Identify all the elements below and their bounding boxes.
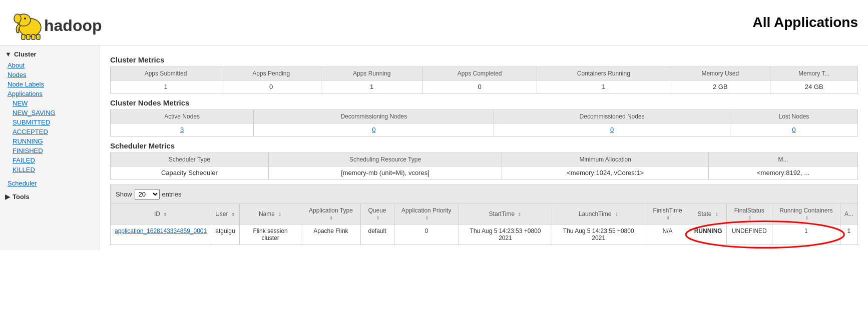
sidebar-item-new-saving[interactable]: NEW_SAVING	[5, 108, 95, 118]
scheduler-link[interactable]: Scheduler	[8, 180, 37, 187]
th-running-containers: Running Containers ⇕	[772, 204, 840, 224]
val-apps-running: 1	[321, 80, 422, 94]
col-apps-running: Apps Running	[321, 67, 422, 80]
nodes-link[interactable]: Nodes	[8, 71, 27, 78]
cluster-toggle[interactable]: ▼ Cluster	[5, 50, 95, 58]
sidebar: ▼ Cluster About Nodes Node Labels Applic…	[0, 46, 100, 250]
id-sort-icon[interactable]: ⇕	[163, 212, 167, 217]
scheduler-metrics-row: Capacity Scheduler [memory-mb (unit=Mi),…	[111, 166, 858, 180]
state-sort-icon[interactable]: ⇕	[715, 212, 719, 217]
val-scheduler-type: Capacity Scheduler	[111, 166, 269, 180]
finished-link[interactable]: FINISHED	[13, 147, 43, 154]
th-state: State ⇕	[690, 204, 726, 224]
sidebar-item-failed[interactable]: FAILED	[5, 156, 95, 165]
td-state: RUNNING	[690, 224, 726, 245]
col-containers-running: Containers Running	[537, 67, 670, 80]
sidebar-item-accepted[interactable]: ACCEPTED	[5, 127, 95, 136]
cluster-label: Cluster	[14, 50, 37, 58]
sidebar-item-running[interactable]: RUNNING	[5, 136, 95, 146]
td-launch-time: Thu Aug 5 14:23:55 +0800 2021	[552, 224, 645, 245]
sidebar-item-node-labels[interactable]: Node Labels	[5, 80, 95, 89]
col-decommissioned-nodes: Decommissioned Nodes	[494, 110, 730, 124]
show-entries-bar: Show 10 20 25 50 100 entries	[110, 184, 858, 204]
th-start-time: StartTime ⇕	[459, 204, 552, 224]
col-active-nodes: Active Nodes	[111, 110, 254, 124]
final-status-sort-icon[interactable]: ⇕	[748, 216, 752, 220]
sidebar-item-finished[interactable]: FINISHED	[5, 146, 95, 156]
tools-label: Tools	[13, 193, 30, 200]
sidebar-item-applications[interactable]: Applications	[5, 89, 95, 98]
col-min-allocation: Minimum Allocation	[502, 153, 709, 166]
val-lost-nodes[interactable]: 0	[730, 124, 857, 136]
val-memory-used: 2 GB	[670, 80, 770, 94]
col-decommissioning-nodes: Decommissioning Nodes	[254, 110, 494, 124]
sidebar-item-killed[interactable]: KILLED	[5, 165, 95, 174]
app-priority-sort-icon[interactable]: ⇕	[425, 216, 429, 220]
val-apps-submitted: 1	[111, 80, 221, 94]
about-link[interactable]: About	[8, 62, 25, 69]
finish-time-sort-icon[interactable]: ⇕	[666, 216, 670, 220]
td-finish-time: N/A	[645, 224, 690, 245]
page-title: All Applications	[752, 14, 858, 30]
new-link[interactable]: NEW	[13, 100, 28, 107]
app-type-sort-icon[interactable]: ⇕	[329, 216, 333, 220]
cluster-nodes-row: 3 0 0 0	[111, 124, 858, 136]
th-id: ID ⇕	[111, 204, 211, 224]
running-link[interactable]: RUNNING	[13, 138, 43, 145]
tools-toggle[interactable]: ▶ Tools	[5, 193, 95, 200]
killed-link[interactable]: KILLED	[13, 166, 35, 174]
val-active-nodes[interactable]: 3	[111, 124, 254, 136]
node-labels-link[interactable]: Node Labels	[8, 80, 44, 88]
td-running-containers: 1	[772, 224, 840, 245]
th-queue: Queue ⇕	[360, 204, 394, 224]
th-user: User ⇕	[211, 204, 240, 224]
cluster-metrics-table: Apps Submitted Apps Pending Apps Running…	[110, 66, 858, 94]
failed-link[interactable]: FAILED	[13, 156, 35, 164]
sidebar-item-new[interactable]: NEW	[5, 98, 95, 108]
svg-rect-6	[32, 34, 35, 40]
scheduler-metrics-title: Scheduler Metrics	[110, 142, 858, 150]
cluster-metrics-title: Cluster Metrics	[110, 56, 858, 64]
td-app-type: Apache Flink	[301, 224, 360, 245]
th-launch-time: LaunchTime ⇕	[552, 204, 645, 224]
show-label: Show	[116, 190, 132, 198]
queue-sort-icon[interactable]: ⇕	[376, 216, 380, 220]
apps-table-container: ID ⇕ User ⇕ Name ⇕ Application Type	[110, 204, 858, 245]
val-apps-pending: 0	[221, 80, 321, 94]
user-sort-icon[interactable]: ⇕	[231, 212, 235, 217]
hadoop-logo: hadoop	[10, 5, 110, 40]
cluster-section: ▼ Cluster About Nodes Node Labels Applic…	[5, 50, 95, 188]
start-time-sort-icon[interactable]: ⇕	[518, 212, 522, 217]
val-decommissioned-nodes[interactable]: 0	[494, 124, 730, 136]
svg-point-2	[14, 14, 21, 23]
val-containers-running: 1	[537, 80, 670, 94]
header: hadoop All Applications	[0, 0, 868, 46]
col-lost-nodes: Lost Nodes	[730, 110, 857, 124]
entries-select[interactable]: 10 20 25 50 100	[135, 189, 160, 200]
accepted-link[interactable]: ACCEPTED	[13, 128, 48, 136]
sidebar-item-submitted[interactable]: SUBMITTED	[5, 118, 95, 127]
cluster-metrics-row: 1 0 1 0 1 2 GB 24 GB	[111, 80, 858, 94]
td-priority: 0	[394, 224, 459, 245]
entries-label: entries	[162, 190, 182, 198]
cluster-arrow-icon: ▼	[5, 50, 12, 58]
th-app-priority: Application Priority ⇕	[394, 204, 459, 224]
sidebar-item-nodes[interactable]: Nodes	[5, 70, 95, 80]
running-containers-sort-icon[interactable]: ⇕	[805, 216, 809, 220]
col-apps-pending: Apps Pending	[221, 67, 321, 80]
col-scheduling-resource-type: Scheduling Resource Type	[268, 153, 502, 166]
sidebar-item-about[interactable]: About	[5, 60, 95, 70]
svg-text:hadoop: hadoop	[44, 16, 102, 34]
td-app-id[interactable]: application_1628143334859_0001	[111, 224, 211, 245]
launch-time-sort-icon[interactable]: ⇕	[615, 212, 619, 217]
applications-link[interactable]: Applications	[8, 90, 43, 98]
submitted-link[interactable]: SUBMITTED	[13, 118, 50, 126]
col-apps-completed: Apps Completed	[422, 67, 537, 80]
new-saving-link[interactable]: NEW_SAVING	[13, 109, 56, 116]
app-id-link[interactable]: application_1628143334859_0001	[115, 228, 207, 234]
apps-table-header-row: ID ⇕ User ⇕ Name ⇕ Application Type	[111, 204, 858, 224]
name-sort-icon[interactable]: ⇕	[278, 212, 282, 217]
sidebar-item-scheduler[interactable]: Scheduler	[5, 178, 95, 188]
val-decommissioning-nodes[interactable]: 0	[254, 124, 494, 136]
app-row-1: application_1628143334859_0001 atguigu F…	[111, 224, 858, 245]
